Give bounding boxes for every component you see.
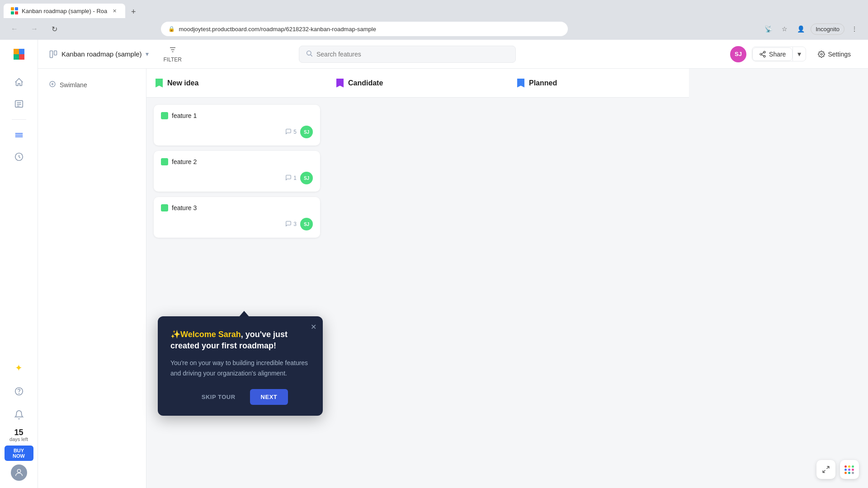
comment-icon-2	[285, 174, 292, 182]
expand-button[interactable]	[816, 460, 835, 479]
board-title[interactable]: Kanban roadmap (sample) ▼	[61, 50, 150, 58]
dot-red	[844, 465, 847, 468]
color-grid	[844, 465, 854, 474]
search-input[interactable]	[316, 51, 509, 58]
svg-rect-1	[15, 7, 18, 10]
svg-line-35	[827, 466, 829, 469]
svg-rect-0	[11, 7, 14, 10]
tab-close-button[interactable]: ✕	[111, 7, 118, 14]
filter-button[interactable]: FILTER	[157, 43, 188, 66]
feature-card-1-title: feature 1	[172, 112, 197, 119]
board-area: Swimlane New idea feature 1	[38, 69, 868, 488]
column-candidate: Candidate	[327, 69, 508, 488]
svg-rect-2	[11, 11, 14, 14]
column-badge-planned	[517, 79, 524, 88]
dot-pink	[852, 469, 854, 471]
url-text: moodjoytest.productboard.com/roadmap/621…	[179, 26, 561, 33]
feature-card-2-comments: 1	[285, 174, 297, 182]
share-button[interactable]: Share	[752, 47, 793, 61]
svg-line-36	[823, 470, 825, 473]
search-icon	[306, 50, 313, 58]
sidebar-item-help[interactable]	[9, 381, 29, 401]
sidebar-divider	[12, 119, 26, 120]
column-planned: Planned	[508, 69, 689, 488]
feature-card-3-avatar: SJ	[300, 218, 313, 230]
settings-button[interactable]: Settings	[811, 48, 857, 61]
svg-point-26	[764, 51, 765, 53]
svg-point-18	[17, 469, 20, 473]
sidebar-item-list[interactable]	[9, 94, 29, 114]
column-badge-new-idea	[156, 79, 163, 88]
sidebar-bottom: ✦ 15 days left BUY NOW	[5, 358, 33, 488]
svg-rect-20	[54, 51, 57, 55]
sidebar-item-sparkle[interactable]: ✦	[9, 358, 29, 378]
feature-card-1-header: feature 1	[161, 112, 313, 119]
svg-marker-4	[14, 49, 19, 54]
new-tab-button[interactable]: +	[127, 5, 140, 18]
browser-actions: 📡 ☆ 👤 Incognito ⋮	[762, 23, 861, 35]
dot-yellow	[848, 465, 850, 468]
feature-card-3-comments: 3	[285, 221, 297, 228]
reload-button[interactable]: ↻	[47, 22, 61, 36]
svg-marker-6	[14, 54, 19, 60]
svg-point-28	[764, 55, 765, 57]
svg-line-29	[762, 55, 764, 56]
column-body-new-idea: feature 1 5 SJ	[146, 98, 327, 488]
svg-marker-7	[19, 54, 24, 60]
feature-card-2-title: feature 2	[172, 158, 197, 165]
column-badge-candidate	[336, 79, 344, 88]
main-content: Kanban roadmap (sample) ▼ FILTER SJ	[38, 40, 868, 488]
dot-green	[852, 465, 854, 468]
search-bar[interactable]	[299, 46, 516, 63]
sidebar-navigation	[9, 69, 29, 358]
buy-now-button[interactable]: BUY NOW	[5, 446, 33, 461]
filter-icon	[169, 46, 177, 56]
svg-point-17	[19, 393, 19, 394]
browser-chrome: Kanban roadmap (sample) - Roa ✕ + ← → ↻ …	[0, 0, 868, 40]
svg-rect-19	[50, 51, 53, 57]
back-button[interactable]: ←	[7, 22, 22, 36]
feature-card-2-avatar: SJ	[300, 172, 313, 184]
feature-card-3-footer: 3 SJ	[161, 218, 313, 230]
menu-button[interactable]: ⋮	[848, 23, 861, 35]
sidebar-item-notifications[interactable]	[9, 405, 29, 425]
profile-icon[interactable]: 👤	[794, 23, 807, 35]
board-icon	[49, 50, 58, 59]
tab-bar: Kanban roadmap (sample) - Roa ✕ +	[0, 0, 868, 18]
feature-card-1-avatar: SJ	[300, 126, 313, 138]
sidebar-item-insights[interactable]	[9, 147, 29, 167]
forward-button[interactable]: →	[27, 22, 42, 36]
url-bar[interactable]: 🔒 moodjoytest.productboard.com/roadmap/6…	[161, 22, 568, 36]
svg-rect-3	[15, 11, 18, 14]
active-tab[interactable]: Kanban roadmap (sample) - Roa ✕	[4, 4, 125, 18]
bottom-right-buttons	[816, 460, 859, 479]
dot-blue	[844, 469, 847, 471]
sidebar-item-home[interactable]	[9, 72, 29, 92]
column-body-candidate	[327, 98, 508, 488]
color-dots-button[interactable]	[840, 460, 859, 479]
topnav: Kanban roadmap (sample) ▼ FILTER SJ	[38, 40, 868, 69]
feature-card-1-comments: 5	[285, 128, 297, 136]
cast-icon[interactable]: 📡	[762, 23, 774, 35]
feature-card-2-header: feature 2	[161, 158, 313, 165]
address-bar: ← → ↻ 🔒 moodjoytest.productboard.com/roa…	[0, 18, 868, 40]
days-label: days left	[9, 436, 28, 442]
kanban-board: New idea feature 1	[146, 69, 868, 488]
feature-card-1[interactable]: feature 1 5 SJ	[154, 105, 320, 145]
bookmark-icon[interactable]: ☆	[778, 23, 791, 35]
column-title-new-idea: New idea	[167, 79, 198, 87]
column-new-idea: New idea feature 1	[146, 69, 327, 488]
column-header-new-idea: New idea	[146, 69, 327, 98]
svg-point-31	[821, 53, 822, 55]
sidebar-item-roadmap[interactable]	[9, 125, 29, 145]
dot-purple	[848, 469, 850, 471]
share-dropdown-button[interactable]: ▾	[793, 47, 806, 61]
swimlane-button[interactable]: Swimlane	[45, 78, 139, 92]
sidebar: ✦ 15 days left BUY NOW	[0, 40, 38, 488]
feature-card-2[interactable]: feature 2 1 SJ	[154, 151, 320, 192]
topnav-left: Kanban roadmap (sample) ▼	[49, 50, 150, 59]
logo[interactable]	[0, 40, 38, 69]
user-avatar-sidebar[interactable]	[11, 465, 27, 481]
user-avatar-nav[interactable]: SJ	[730, 46, 746, 62]
feature-card-3[interactable]: feature 3 3 SJ	[154, 197, 320, 238]
